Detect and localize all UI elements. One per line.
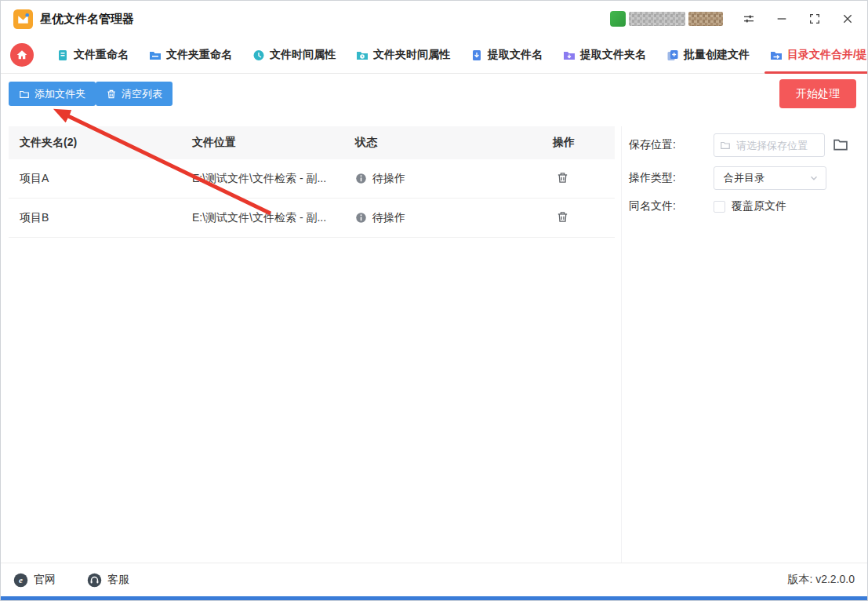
- settings-sliders-icon[interactable]: [742, 12, 756, 26]
- app-window: 星优文件名管理器: [0, 0, 868, 601]
- operation-type-label: 操作类型:: [629, 171, 714, 185]
- home-icon: [16, 49, 28, 61]
- support-link[interactable]: 客服: [87, 573, 129, 588]
- chevron-down-icon: [808, 173, 819, 184]
- tab-extract-filename[interactable]: 提取文件名: [460, 37, 553, 73]
- tab-file-rename[interactable]: 文件重命名: [46, 37, 139, 73]
- version-label: 版本: v2.2.0.0: [787, 573, 855, 587]
- save-location-label: 保存位置:: [629, 138, 714, 152]
- add-folder-button[interactable]: 添加文件夹: [9, 82, 96, 106]
- minimize-button[interactable]: [775, 12, 789, 26]
- toolbar: 添加文件夹 清空列表 开始处理: [1, 75, 867, 117]
- header-folder-name: 文件夹名(2): [20, 136, 192, 150]
- tab-label: 文件时间属性: [270, 48, 336, 62]
- table-header-row: 文件夹名(2) 文件位置 状态 操作: [9, 126, 615, 159]
- add-folder-label: 添加文件夹: [35, 87, 85, 101]
- user-account-redacted[interactable]: [610, 11, 723, 27]
- cell-folder-name: 项目A: [20, 172, 192, 186]
- overwrite-option-label: 覆盖原文件: [732, 199, 786, 213]
- tab-extract-foldername[interactable]: 提取文件夹名: [553, 37, 656, 73]
- redacted-badge: [688, 12, 723, 26]
- browse-folder-button[interactable]: [832, 137, 849, 155]
- header-status: 状态: [355, 136, 553, 150]
- operation-type-row: 操作类型: 合并目录: [629, 166, 867, 190]
- batch-create-icon: [666, 49, 679, 61]
- tab-batch-create[interactable]: 批量创建文件: [656, 37, 760, 73]
- support-label: 客服: [107, 573, 129, 587]
- tab-label: 批量创建文件: [684, 48, 750, 62]
- file-rename-icon: [56, 49, 69, 61]
- tab-merge-extract[interactable]: 目录文件合并/提取: [760, 37, 868, 73]
- tab-list: 文件重命名 文件夹重命名 文件时间属性 文件夹时间属性: [46, 37, 868, 73]
- maximize-button[interactable]: [808, 12, 822, 26]
- start-processing-button[interactable]: 开始处理: [779, 79, 856, 108]
- tab-label: 文件夹时间属性: [373, 48, 450, 62]
- trash-icon: [556, 210, 569, 224]
- cell-status: 待操作: [355, 172, 553, 186]
- delete-row-button[interactable]: [553, 209, 572, 228]
- clear-list-button[interactable]: 清空列表: [96, 82, 173, 106]
- folder-table: 文件夹名(2) 文件位置 状态 操作 项目A E:\测试文件\文件检索 - 副.…: [9, 126, 615, 238]
- delete-row-button[interactable]: [553, 169, 572, 188]
- redacted-username: [629, 12, 685, 26]
- overwrite-checkbox[interactable]: 覆盖原文件: [714, 199, 786, 213]
- file-time-icon: [252, 49, 265, 61]
- globe-icon: e: [13, 573, 28, 588]
- extract-filename-icon: [470, 49, 483, 61]
- tab-label: 目录文件合并/提取: [787, 48, 868, 62]
- operation-type-value: 合并目录: [724, 171, 808, 185]
- status-text: 待操作: [372, 172, 405, 186]
- app-title: 星优文件名管理器: [40, 12, 134, 27]
- info-icon: [355, 212, 367, 224]
- status-text: 待操作: [372, 211, 405, 225]
- folder-rename-icon: [149, 49, 162, 61]
- official-site-link[interactable]: e 官网: [13, 573, 56, 588]
- official-site-label: 官网: [34, 573, 56, 587]
- headset-icon: [87, 573, 102, 588]
- info-icon: [355, 173, 367, 184]
- start-processing-label: 开始处理: [796, 87, 840, 100]
- table-row: 项目B E:\测试文件\文件检索 - 副... 待操作: [9, 199, 615, 238]
- folder-time-icon: [356, 49, 369, 61]
- extract-foldername-icon: [563, 49, 576, 61]
- footer: e 官网 客服 版本: v2.2.0.0: [1, 563, 867, 596]
- trash-icon: [106, 89, 117, 100]
- overwrite-checkbox-input[interactable]: [714, 201, 725, 213]
- tab-label: 文件夹重命名: [166, 48, 232, 62]
- folder-icon: [720, 140, 731, 151]
- cell-location: E:\测试文件\文件检索 - 副...: [192, 172, 355, 186]
- clear-list-label: 清空列表: [122, 87, 162, 101]
- operation-type-select[interactable]: 合并目录: [714, 166, 826, 190]
- bottom-accent-strip: [1, 596, 867, 600]
- tab-folder-time[interactable]: 文件夹时间属性: [346, 37, 460, 73]
- tab-label: 提取文件夹名: [580, 48, 646, 62]
- user-avatar: [610, 11, 626, 27]
- app-logo-icon: [13, 9, 33, 29]
- svg-text:e: e: [19, 575, 23, 585]
- trash-icon: [556, 171, 569, 184]
- same-name-row: 同名文件: 覆盖原文件: [629, 199, 867, 213]
- save-location-field: [714, 133, 825, 157]
- titlebar: 星优文件名管理器: [1, 1, 867, 37]
- table-row: 项目A E:\测试文件\文件检索 - 副... 待操作: [9, 159, 615, 199]
- save-location-row: 保存位置:: [629, 133, 867, 157]
- cell-location: E:\测试文件\文件检索 - 副...: [192, 211, 355, 225]
- tab-label: 文件重命名: [74, 48, 129, 62]
- settings-panel: 保存位置: 操作类型: 合并目录 同名文件:: [621, 126, 867, 563]
- home-button[interactable]: [10, 43, 34, 67]
- tab-label: 提取文件名: [488, 48, 543, 62]
- cell-folder-name: 项目B: [20, 211, 192, 225]
- cell-status: 待操作: [355, 211, 553, 225]
- folder-open-icon: [832, 137, 849, 152]
- tab-file-time[interactable]: 文件时间属性: [242, 37, 346, 73]
- header-location: 文件位置: [192, 136, 355, 150]
- tabbar: 文件重命名 文件夹重命名 文件时间属性 文件夹时间属性: [1, 37, 867, 74]
- same-name-label: 同名文件:: [629, 199, 714, 213]
- merge-extract-icon: [770, 49, 783, 61]
- close-button[interactable]: [841, 12, 855, 26]
- folder-icon: [19, 89, 30, 100]
- header-action: 操作: [553, 136, 615, 150]
- tab-folder-rename[interactable]: 文件夹重命名: [139, 37, 242, 73]
